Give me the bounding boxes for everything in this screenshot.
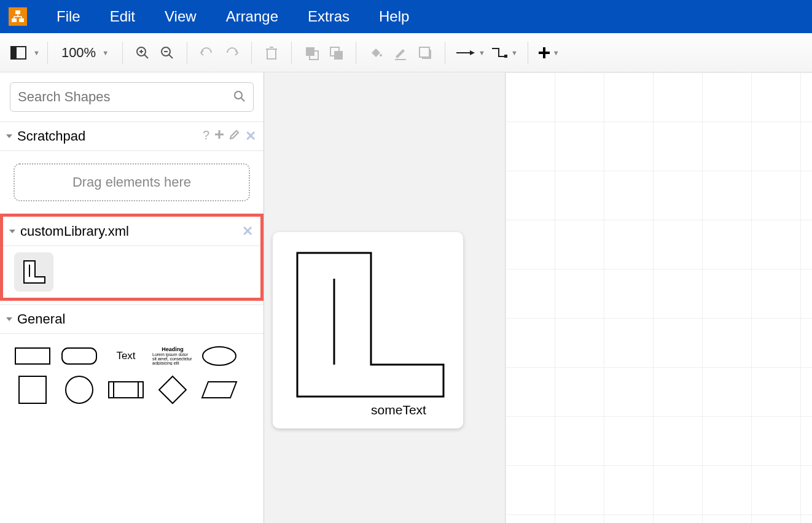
toolbar-separator: [251, 42, 252, 64]
to-back-button[interactable]: [324, 41, 348, 65]
caret-down-icon: ▼: [553, 49, 560, 56]
sidebar-toggle-button[interactable]: [6, 41, 31, 65]
toolbar: ▼ 100% ▼ ▼ ▼: [0, 33, 812, 72]
general-shapes-grid: Text Heading Lorem ipsum dolor sit amet,…: [0, 334, 264, 415]
search-input[interactable]: [18, 89, 233, 105]
drawing-canvas[interactable]: [505, 72, 812, 523]
section-scratchpad-header[interactable]: Scratchpad ? ✕: [0, 122, 264, 151]
svg-rect-4: [11, 47, 17, 59]
svg-point-19: [380, 54, 382, 56]
svg-point-26: [235, 91, 242, 99]
toolbar-separator: [528, 42, 528, 64]
caret-down-icon: ▼: [511, 49, 518, 56]
svg-rect-34: [19, 376, 46, 403]
toolbar-separator: [445, 42, 445, 64]
zoom-out-button[interactable]: [155, 41, 179, 65]
canvas-area: someText: [264, 72, 812, 523]
svg-line-10: [169, 55, 173, 58]
menu-edit[interactable]: Edit: [110, 8, 135, 25]
svg-rect-21: [420, 47, 429, 57]
svg-line-27: [241, 98, 244, 101]
delete-button[interactable]: [259, 41, 284, 65]
toolbar-separator: [187, 42, 187, 64]
caret-down-icon: [6, 134, 12, 138]
svg-rect-1: [12, 18, 17, 22]
search-shapes-field[interactable]: [10, 82, 254, 112]
svg-line-6: [144, 55, 148, 58]
help-icon[interactable]: ?: [203, 128, 209, 144]
edit-icon[interactable]: [229, 128, 240, 144]
shape-rectangle[interactable]: [12, 344, 53, 368]
shape-square[interactable]: [12, 374, 53, 405]
shape-text[interactable]: Text: [106, 344, 146, 368]
add-icon[interactable]: [214, 128, 224, 144]
svg-rect-0: [15, 10, 20, 14]
svg-rect-12: [267, 49, 276, 59]
shape-rounded-rectangle[interactable]: [59, 344, 100, 368]
section-general-header[interactable]: General: [0, 304, 264, 334]
close-icon[interactable]: ✕: [242, 223, 253, 239]
search-icon: [233, 90, 246, 104]
svg-point-33: [203, 347, 236, 365]
menu-file[interactable]: File: [57, 8, 80, 25]
shape-heading[interactable]: Heading Lorem ipsum dolor sit amet, cons…: [152, 344, 193, 368]
menu-arrange[interactable]: Arrange: [226, 8, 278, 25]
shape-preview-label: someText: [371, 403, 426, 417]
shape-ellipse[interactable]: [199, 344, 240, 368]
waypoint-style-button[interactable]: ▼: [488, 41, 520, 65]
section-title: Scratchpad: [17, 128, 203, 144]
heading-body: Lorem ipsum dolor sit amet, consectetur …: [152, 352, 193, 365]
caret-down-icon: ▼: [102, 49, 109, 56]
redo-button[interactable]: [219, 41, 244, 65]
section-custom-library-header[interactable]: customLibrary.xml ✕: [3, 217, 260, 246]
svg-rect-23: [504, 55, 507, 58]
menu-help[interactable]: Help: [379, 8, 409, 25]
shape-preview-tooltip: someText: [273, 232, 463, 428]
fill-color-button[interactable]: [364, 41, 388, 65]
app-logo[interactable]: [9, 7, 27, 26]
svg-rect-31: [15, 348, 50, 364]
shape-circle[interactable]: [59, 374, 100, 405]
main-area: Scratchpad ? ✕ Drag elements here custom…: [0, 72, 812, 523]
svg-rect-2: [19, 18, 24, 22]
shape-process[interactable]: [106, 374, 146, 405]
heading-label: Heading: [162, 347, 184, 352]
to-front-button[interactable]: [299, 41, 324, 65]
zoom-value: 100%: [61, 45, 96, 61]
scratchpad-dropzone[interactable]: Drag elements here: [14, 163, 250, 201]
menu-view[interactable]: View: [165, 8, 197, 25]
caret-down-icon: ▼: [478, 49, 485, 56]
caret-down-icon: ▼: [33, 49, 40, 56]
add-button[interactable]: ▼: [536, 41, 562, 65]
toolbar-separator: [47, 42, 48, 64]
menu-extras[interactable]: Extras: [308, 8, 349, 25]
toolbar-separator: [356, 42, 356, 64]
zoom-in-button[interactable]: [130, 41, 155, 65]
section-title: General: [17, 311, 256, 327]
svg-rect-32: [62, 348, 96, 364]
caret-down-icon: [6, 317, 12, 321]
custom-library-section-highlight: customLibrary.xml ✕: [0, 214, 264, 301]
shape-preview-svg: [291, 248, 445, 401]
custom-shape-thumbnail[interactable]: [14, 252, 53, 292]
menubar: File Edit View Arrange Extras Help: [0, 0, 812, 33]
zoom-dropdown[interactable]: 100% ▼: [55, 45, 115, 61]
shape-parallelogram[interactable]: [199, 374, 240, 405]
undo-button[interactable]: [195, 41, 219, 65]
caret-down-icon: [9, 230, 15, 233]
shape-diamond[interactable]: [152, 374, 193, 405]
svg-point-35: [66, 376, 93, 403]
toolbar-separator: [122, 42, 123, 64]
sidebar: Scratchpad ? ✕ Drag elements here custom…: [0, 72, 264, 523]
line-color-button[interactable]: [388, 41, 413, 65]
toolbar-separator: [291, 42, 292, 64]
connection-style-button[interactable]: ▼: [453, 41, 488, 65]
shadow-button[interactable]: [413, 41, 437, 65]
section-title: customLibrary.xml: [20, 223, 242, 239]
close-icon[interactable]: ✕: [245, 128, 256, 144]
